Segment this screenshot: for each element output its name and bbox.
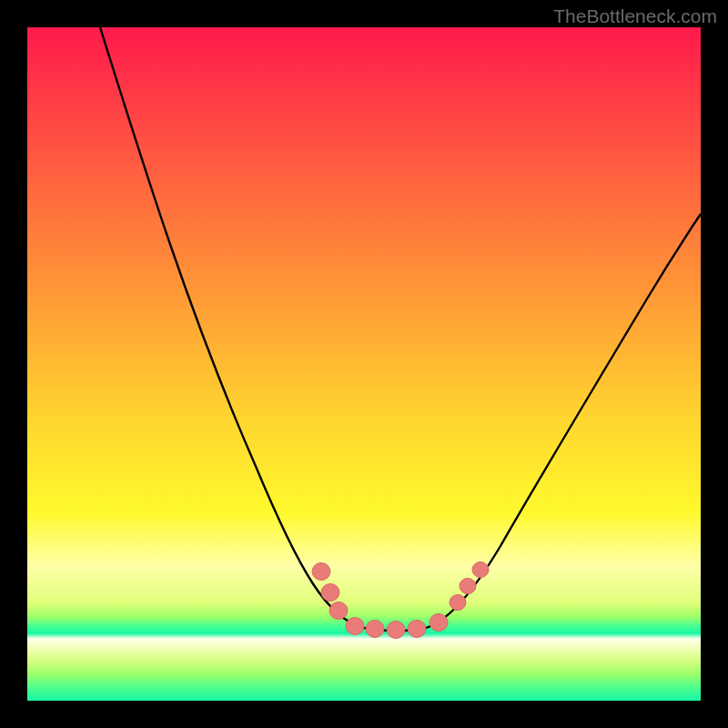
bottleneck-curve xyxy=(100,27,701,631)
curve-marker xyxy=(346,618,364,635)
marker-group xyxy=(312,561,489,638)
curve-marker xyxy=(387,622,405,639)
curve-marker xyxy=(329,602,348,620)
plot-area xyxy=(27,27,701,701)
curve-marker xyxy=(460,578,476,593)
curve-marker xyxy=(321,584,339,602)
curve-svg xyxy=(27,27,701,701)
chart-frame: TheBottleneck.com xyxy=(0,0,728,728)
curve-marker xyxy=(366,621,384,638)
curve-marker xyxy=(312,563,330,581)
curve-marker xyxy=(450,594,466,610)
watermark-text: TheBottleneck.com xyxy=(553,5,717,27)
curve-marker xyxy=(408,621,426,638)
curve-marker xyxy=(472,561,489,577)
curve-marker xyxy=(430,614,448,632)
